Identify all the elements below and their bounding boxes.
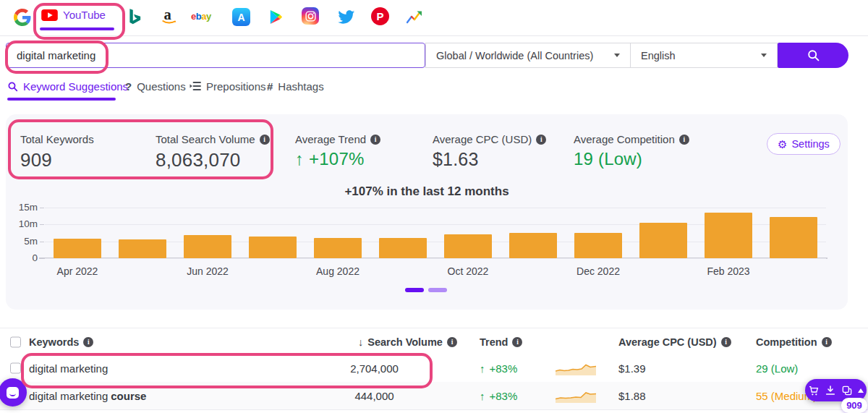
carousel-indicator-active[interactable] xyxy=(405,288,424,292)
tab-label: Questions xyxy=(137,80,186,93)
chart-bar-apr-2022 xyxy=(54,239,101,258)
chart-x-tick-label: Dec 2022 xyxy=(566,265,631,277)
language-select-value: English xyxy=(641,50,676,61)
settings-label: Settings xyxy=(791,138,829,150)
collapse-toolbar-caret-icon[interactable] xyxy=(858,388,864,393)
app-store-icon[interactable]: A xyxy=(231,7,250,26)
keyword-tool-app: YouTube a ebay A xyxy=(0,0,868,413)
select-all-checkbox[interactable] xyxy=(10,336,21,347)
cart-icon[interactable] xyxy=(808,385,820,396)
trend-sparkline xyxy=(556,388,596,403)
tab-prepositions[interactable]: Prepositions xyxy=(190,76,266,96)
prepositions-list-icon xyxy=(190,81,201,91)
search-icon xyxy=(807,48,820,62)
twitter-icon[interactable] xyxy=(336,9,355,25)
settings-button[interactable]: ⚙ Settings xyxy=(767,133,841,155)
chevron-down-icon xyxy=(614,54,620,57)
column-header-trend[interactable]: Trendi xyxy=(480,336,522,348)
chart-title: +107% in the last 12 months xyxy=(6,184,848,199)
chart-bar-may-2022 xyxy=(119,239,166,258)
chart-axis-tick xyxy=(40,258,44,259)
trend-up-arrow-icon: ↑ xyxy=(480,362,485,375)
google-trends-icon[interactable] xyxy=(406,9,422,25)
instagram-icon[interactable] xyxy=(302,7,319,25)
tab-label: Keyword Suggestions xyxy=(23,80,128,93)
average-cpc-value: $1.63 xyxy=(433,149,546,170)
overview-panel: Total Keywords 909 Total Search Volumei … xyxy=(6,114,848,310)
trend-sparkline xyxy=(556,361,596,375)
info-icon[interactable]: i xyxy=(536,135,546,145)
chart-y-tick-label: 15m xyxy=(6,202,38,213)
language-select[interactable]: English xyxy=(631,43,778,68)
info-icon[interactable]: i xyxy=(679,135,689,145)
chart-x-tick-label: Apr 2022 xyxy=(45,265,110,277)
info-icon[interactable]: i xyxy=(822,337,832,347)
stat-label: Average CPC (USD) xyxy=(433,133,532,145)
table-row: digital marketing 2,704,000 ↑+83% $1.39 … xyxy=(0,354,868,383)
tab-questions[interactable]: ? Questions xyxy=(125,76,186,96)
chart-bar-jul-2022 xyxy=(249,237,297,258)
platform-tab-youtube[interactable]: YouTube xyxy=(41,9,106,21)
tab-hashtags[interactable]: # Hashtags xyxy=(267,76,324,96)
stat-average-competition: Average Competitioni 19 (Low) xyxy=(574,133,689,169)
pinterest-icon[interactable]: P xyxy=(371,7,389,25)
info-icon[interactable]: i xyxy=(512,337,522,347)
chart-x-tick-label: Feb 2023 xyxy=(696,265,761,277)
stat-label: Total Keywords xyxy=(20,133,94,145)
total-search-volume-value: 8,063,070 xyxy=(156,149,270,171)
tab-keyword-suggestions[interactable]: Keyword Suggestions xyxy=(7,76,128,96)
search-button[interactable] xyxy=(778,43,848,68)
column-header-average-cpc[interactable]: Average CPC (USD)i xyxy=(618,336,731,348)
chart-y-tick-label: 0 xyxy=(6,252,38,263)
stat-label: Average Competition xyxy=(574,133,675,145)
stat-average-cpc: Average CPC (USD)i $1.63 xyxy=(433,133,546,170)
row-checkbox[interactable] xyxy=(10,363,21,374)
chart-bar-oct-2022 xyxy=(444,234,492,258)
google-g-logo xyxy=(14,9,31,26)
google-icon[interactable] xyxy=(13,8,32,27)
copy-icon[interactable] xyxy=(841,385,853,396)
bing-icon[interactable] xyxy=(125,7,145,26)
competition-cell: 29 (Low) xyxy=(756,362,798,375)
info-icon[interactable]: i xyxy=(370,135,380,145)
table-header: Keywordsi ↓ Search Volumei Trendi Averag… xyxy=(0,328,868,356)
info-icon[interactable]: i xyxy=(83,337,93,347)
total-keywords-value: 909 xyxy=(20,149,94,171)
info-icon[interactable]: i xyxy=(447,337,457,347)
amazon-icon[interactable]: a xyxy=(160,7,179,26)
keyword-cell[interactable]: digital marketing course xyxy=(29,390,146,402)
info-icon[interactable]: i xyxy=(721,337,731,347)
chart-x-tick-label: Aug 2022 xyxy=(305,265,370,277)
chart-gridline xyxy=(45,258,826,259)
column-header-competition[interactable]: Competitioni xyxy=(756,336,832,348)
youtube-icon xyxy=(41,9,58,21)
tab-label: Hashtags xyxy=(278,80,323,93)
stat-average-trend: Average Trendi ↑ +107% xyxy=(295,133,380,169)
column-header-search-volume[interactable]: ↓ Search Volumei xyxy=(358,336,457,348)
keyword-cell[interactable]: digital marketing xyxy=(29,362,111,375)
stat-total-keywords: Total Keywords 909 xyxy=(20,133,94,171)
download-icon[interactable] xyxy=(825,385,836,396)
ebay-icon[interactable]: ebay xyxy=(191,11,211,22)
stat-label: Average Trend xyxy=(295,133,366,145)
active-platform-underline xyxy=(40,27,114,30)
chart-bar-mar-2023 xyxy=(770,217,817,258)
chart-x-tick-label: Jun 2022 xyxy=(175,265,240,277)
carousel-indicator[interactable] xyxy=(428,288,447,292)
chart-y-tick-label: 10m xyxy=(6,218,38,229)
average-competition-value: 19 (Low) xyxy=(574,149,689,169)
trend-cell: ↑+83% xyxy=(480,390,517,402)
question-mark-icon: ? xyxy=(125,80,132,93)
chart-axis-tick xyxy=(40,208,44,208)
chart-bar-aug-2022 xyxy=(314,238,362,258)
info-icon[interactable]: i xyxy=(260,135,270,145)
table-row: digital marketing course 444,000 ↑+83% $… xyxy=(0,382,868,410)
svg-text:a: a xyxy=(163,7,171,22)
trend-up-arrow-icon: ↑ xyxy=(480,390,485,402)
column-header-keywords[interactable]: Keywordsi xyxy=(29,336,93,348)
google-play-icon[interactable] xyxy=(267,8,284,25)
search-input[interactable] xyxy=(6,43,425,68)
active-tab-underline xyxy=(7,98,116,101)
sort-desc-icon: ↓ xyxy=(358,336,363,348)
country-select[interactable]: Global / Worldwide (All Countries) xyxy=(425,43,631,68)
